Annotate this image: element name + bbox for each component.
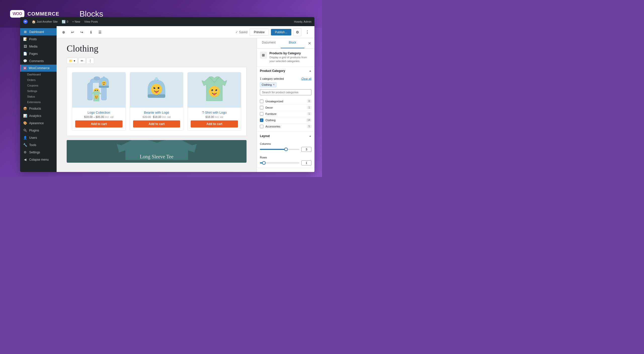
second-block-label: Long Sleeve Tee — [140, 154, 174, 160]
rows-field: Rows 1 — [257, 154, 314, 167]
preview-button[interactable]: Preview — [250, 29, 269, 36]
category-checkbox-clothing[interactable] — [260, 118, 263, 122]
category-field: 1 category selected Clear all Clothing ✕ — [257, 75, 314, 97]
sidebar-item-settings[interactable]: ⚙ Settings — [20, 149, 57, 156]
layout-section-header[interactable]: Layout ▲ — [257, 132, 314, 140]
editor-toolbar: ⊕ ↩ ↪ ℹ ☰ ✓ Saved Preview Publish... ⚙ ⋮ — [57, 26, 314, 38]
users-icon: 👤 — [23, 136, 27, 140]
sidebar-item-dashboard[interactable]: ⊞ Dashboard — [20, 28, 57, 35]
svg-point-19 — [151, 84, 162, 95]
sidebar-sub-status[interactable]: Status — [20, 94, 57, 99]
svg-point-21 — [158, 87, 159, 89]
sidebar-item-woocommerce[interactable]: W WooCommerce — [20, 65, 57, 72]
list-view-button[interactable]: ☰ — [96, 28, 104, 36]
product-image-1 — [72, 72, 126, 108]
product-name-1: Logo Collection — [75, 111, 123, 114]
updates-item[interactable]: 🔄 0 — [62, 20, 68, 24]
product-name-3: T-Shirt with Logo — [191, 111, 238, 114]
product-image-2 — [130, 72, 183, 108]
add-to-cart-button-2[interactable]: Add to cart — [133, 120, 180, 127]
product-info-2: Beanie with Logo $20.00 $18.00 incl. vat… — [130, 108, 183, 130]
second-block-preview: Long Sleeve Tee — [67, 140, 247, 163]
sidebar-item-posts[interactable]: 📝 Posts — [20, 35, 57, 43]
tab-block[interactable]: Block — [281, 38, 305, 48]
sidebar-sub-orders[interactable]: Orders — [20, 77, 57, 83]
sidebar-item-plugins[interactable]: 🔌 Plugins — [20, 127, 57, 134]
more-options-button[interactable]: ⋮ — [303, 28, 311, 36]
editor-window: W 🏠 Just Another Site 🔄 0 + New View Pos… — [20, 17, 314, 172]
sidebar-item-comments[interactable]: 💬 Comments — [20, 57, 57, 65]
sidebar-sub-coupons[interactable]: Coupons — [20, 83, 57, 88]
analytics-icon: 📊 — [23, 114, 27, 118]
sidebar-item-tools[interactable]: 🔧 Tools — [20, 141, 57, 149]
add-block-button[interactable]: ⊕ — [60, 28, 68, 36]
site-name[interactable]: 🏠 Just Another Site — [32, 20, 58, 24]
product-card-1: Logo Collection $18.00 – $45.00 incl. va… — [72, 72, 126, 131]
media-icon: 🖼 — [23, 45, 27, 48]
tshirt-image — [199, 75, 229, 105]
clear-all-link[interactable]: Clear all — [301, 77, 311, 80]
columns-input[interactable]: 3 — [301, 147, 311, 152]
block-folder-button[interactable]: 📁 ▾ — [67, 58, 77, 64]
publish-button[interactable]: Publish... — [271, 29, 291, 35]
home-icon: 🏠 — [32, 20, 36, 24]
edit-icon: ✏ — [81, 59, 83, 63]
page-title: Clothing — [67, 43, 247, 54]
sidebar-sub-extensions[interactable]: Extensions — [20, 99, 57, 105]
svg-point-18 — [155, 77, 158, 80]
products-block: Logo Collection $18.00 – $45.00 incl. va… — [67, 67, 247, 136]
sidebar-item-analytics[interactable]: 📊 Analytics — [20, 112, 57, 119]
selected-info: 1 category selected Clear all — [260, 77, 311, 80]
svg-point-0 — [94, 76, 100, 80]
svg-point-14 — [95, 96, 96, 97]
category-name-uncategorized: Uncategorized — [265, 100, 307, 103]
category-checkbox-uncategorized[interactable] — [260, 100, 263, 103]
category-checkbox-accessories[interactable] — [260, 125, 263, 128]
category-search-input[interactable] — [260, 89, 311, 95]
product-category-header[interactable]: Product Category ▲ — [257, 67, 314, 75]
add-to-cart-button-1[interactable]: Add to cart — [75, 120, 123, 127]
panel-close-button[interactable]: ✕ — [305, 39, 313, 47]
add-to-cart-button-3[interactable]: Add to cart — [191, 120, 238, 127]
category-count-furniture: 1 — [307, 112, 311, 115]
sidebar-item-appearance[interactable]: 🎨 Apearence — [20, 119, 57, 127]
sidebar-sub-settings[interactable]: Settings — [20, 88, 57, 94]
category-checkbox-furniture[interactable] — [260, 112, 263, 116]
admin-bar: W 🏠 Just Another Site 🔄 0 + New View Pos… — [20, 17, 314, 26]
redo-button[interactable]: ↪ — [78, 28, 86, 36]
info-button[interactable]: ℹ — [87, 28, 95, 36]
category-checkbox-decor[interactable] — [260, 106, 263, 109]
svg-point-24 — [209, 86, 220, 97]
sidebar-item-users[interactable]: 👤 Users — [20, 134, 57, 141]
category-item-accessories: Accessories 5 — [260, 123, 311, 129]
svg-point-11 — [104, 82, 105, 83]
rows-input[interactable]: 1 — [301, 160, 311, 165]
new-item[interactable]: + New — [72, 20, 80, 23]
toolbar-right: ✓ Saved Preview Publish... ⚙ ⋮ — [235, 28, 311, 36]
category-list: Uncategorized 0 Decor 1 — [257, 97, 314, 131]
dashboard-icon: ⊞ — [23, 30, 27, 34]
rows-slider-thumb[interactable] — [262, 161, 266, 165]
selected-count: 1 category selected — [260, 77, 284, 80]
tag-remove-button[interactable]: ✕ — [273, 83, 275, 86]
sidebar-item-media[interactable]: 🖼 Media — [20, 43, 57, 50]
category-name-clothing: Clothing — [265, 119, 306, 122]
columns-slider-thumb[interactable] — [284, 148, 288, 151]
selected-category-tag: Clothing ✕ — [260, 82, 276, 87]
sidebar-item-products[interactable]: 📦 Products — [20, 105, 57, 112]
sidebar-item-pages[interactable]: 📄 Pages — [20, 50, 57, 57]
svg-point-23 — [155, 91, 158, 93]
beanie-image — [141, 75, 172, 105]
sidebar-sub-dashboard[interactable]: Dashboard — [20, 72, 57, 77]
sidebar-collapse[interactable]: ◀ Colapse menu — [20, 156, 57, 163]
undo-button[interactable]: ↩ — [69, 28, 77, 36]
tab-document[interactable]: Document — [257, 38, 281, 48]
block-more-button[interactable]: ⋮ — [87, 58, 94, 64]
content-wrapper: Clothing 📁 ▾ ✏ ⋮ — [57, 38, 314, 172]
posts-icon: 📝 — [23, 37, 27, 41]
settings-button[interactable]: ⚙ — [293, 28, 301, 36]
commerce-text: COMMERCE — [27, 11, 59, 17]
product-info-1: Logo Collection $18.00 – $45.00 incl. va… — [72, 108, 126, 130]
block-edit-button[interactable]: ✏ — [78, 58, 86, 64]
view-posts[interactable]: View Posts — [84, 20, 98, 23]
